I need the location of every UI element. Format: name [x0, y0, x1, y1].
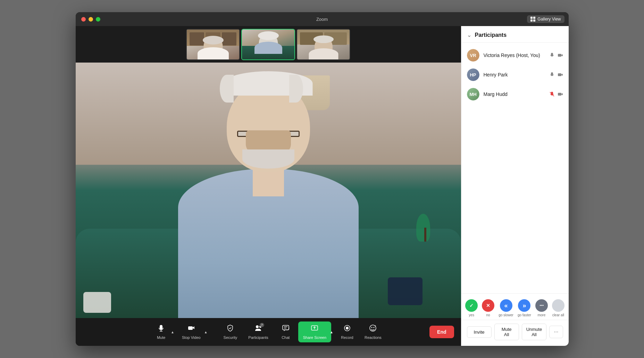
- svg-point-15: [346, 327, 349, 329]
- participants-panel: ⌄ Participants VR Victoria Reyes (Host, …: [461, 26, 569, 346]
- video-area: Mute ▲ Stop Video ▲: [76, 26, 461, 346]
- participant-name-3: Marg Hudd: [484, 91, 545, 97]
- video-chevron[interactable]: ▲: [203, 329, 209, 335]
- share-screen-button[interactable]: Share Screen: [298, 322, 331, 342]
- reactions-label: Reactions: [365, 335, 382, 340]
- reaction-no-button[interactable]: ✕ no: [482, 299, 494, 317]
- security-icon: [226, 324, 234, 334]
- record-button[interactable]: Record: [336, 322, 358, 342]
- participant-3-icons: [549, 91, 563, 97]
- participants-button[interactable]: 7 Participants: [243, 322, 273, 342]
- reaction-slower-label: go slower: [499, 313, 513, 317]
- svg-rect-21: [558, 73, 561, 76]
- record-icon: [343, 324, 351, 334]
- svg-rect-20: [558, 54, 561, 57]
- mute-label: Mute: [157, 335, 165, 340]
- close-button[interactable]: [81, 17, 86, 22]
- panel-header: ⌄ Participants: [461, 26, 569, 43]
- chat-label: Chat: [282, 335, 290, 340]
- thumbnail-3[interactable]: [296, 29, 350, 60]
- window-controls: [76, 17, 100, 22]
- security-button[interactable]: Security: [219, 322, 242, 342]
- reaction-faster-button[interactable]: » go faster: [518, 299, 531, 317]
- participants-label: Participants: [248, 335, 268, 340]
- participant-avatar-2: HP: [467, 68, 479, 81]
- main-video: [76, 63, 461, 318]
- invite-button[interactable]: Invite: [467, 326, 492, 338]
- toolbar: Mute ▲ Stop Video ▲: [76, 318, 461, 346]
- participant-name-2: Henry Park: [484, 72, 545, 78]
- gallery-icon: [530, 17, 535, 22]
- title-bar: Zoom Gallery View: [76, 12, 569, 26]
- thumbnail-1[interactable]: [186, 29, 240, 60]
- reaction-faster-label: go faster: [518, 313, 531, 317]
- chat-button[interactable]: Chat: [275, 322, 297, 342]
- reaction-more-circle: ···: [535, 299, 548, 312]
- reaction-no-label: no: [486, 313, 490, 317]
- video-icon: [187, 324, 195, 334]
- participant-list: VR Victoria Reyes (Host, You): [461, 43, 569, 293]
- mute-all-button[interactable]: Mute All: [494, 324, 519, 340]
- svg-text:+: +: [375, 324, 376, 327]
- reaction-more-label: more: [537, 313, 545, 317]
- gallery-view-button[interactable]: Gallery View: [527, 15, 564, 23]
- participant-item-2[interactable]: HP Henry Park: [461, 65, 569, 84]
- participant-2-icons: [549, 72, 563, 78]
- security-label: Security: [224, 335, 237, 340]
- window-title: Zoom: [316, 17, 328, 22]
- app-window: Zoom Gallery View: [76, 12, 569, 346]
- reaction-clear-label: clear all: [552, 313, 564, 317]
- participant-item-3[interactable]: MH Marg Hudd: [461, 84, 569, 104]
- maximize-button[interactable]: [96, 17, 100, 22]
- svg-point-17: [371, 327, 373, 328]
- reaction-slower-button[interactable]: « go slower: [499, 299, 513, 317]
- actions-more-button[interactable]: ···: [549, 326, 563, 338]
- reactions-button[interactable]: + Reactions: [360, 322, 386, 342]
- video-icon-3: [558, 91, 563, 97]
- reaction-more-button[interactable]: ··· more: [535, 299, 548, 317]
- mic-icon-1: [549, 52, 555, 58]
- svg-rect-3: [533, 19, 535, 22]
- share-screen-chevron[interactable]: ▲: [328, 329, 335, 335]
- mute-icon: [157, 324, 165, 334]
- svg-rect-6: [188, 326, 193, 330]
- video-icon-2: [558, 72, 563, 78]
- reactions-row: ✓ yes ✕ no « go slower » go faster ···: [461, 293, 569, 320]
- end-button[interactable]: End: [429, 326, 454, 338]
- svg-rect-2: [530, 19, 533, 22]
- mic-muted-icon-3: [549, 91, 555, 97]
- participant-item[interactable]: VR Victoria Reyes (Host, You): [461, 46, 569, 65]
- panel-actions: Invite Mute All Unmute All ···: [461, 320, 569, 346]
- svg-rect-9: [283, 325, 289, 330]
- reaction-clear-circle: [552, 299, 564, 312]
- thumbnail-2[interactable]: [241, 29, 295, 60]
- unmute-all-button[interactable]: Unmute All: [522, 324, 547, 340]
- chat-icon: [282, 324, 290, 334]
- stop-video-button[interactable]: Stop Video: [177, 322, 206, 342]
- video-group: Stop Video ▲: [177, 322, 209, 342]
- record-label: Record: [341, 335, 353, 340]
- participants-icon: 7: [254, 324, 262, 334]
- reaction-faster-circle: »: [518, 299, 530, 312]
- share-screen-icon: [311, 324, 318, 334]
- svg-point-7: [256, 325, 259, 328]
- reaction-yes-button[interactable]: ✓ yes: [465, 299, 478, 317]
- mute-button[interactable]: Mute: [150, 322, 172, 342]
- participants-group: 7 Participants: [243, 322, 273, 342]
- svg-rect-0: [530, 17, 533, 19]
- reaction-clear-button[interactable]: clear all: [552, 299, 564, 317]
- collapse-button[interactable]: ⌄: [467, 32, 471, 38]
- mute-group: Mute ▲: [150, 322, 176, 342]
- participant-avatar-3: MH: [467, 88, 479, 100]
- participant-avatar-1: VR: [467, 49, 479, 62]
- svg-rect-23: [558, 93, 561, 96]
- share-screen-group: Share Screen ▲: [298, 322, 335, 342]
- minimize-button[interactable]: [89, 17, 93, 22]
- participant-name-1: Victoria Reyes (Host, You): [484, 52, 545, 58]
- mute-chevron[interactable]: ▲: [169, 329, 176, 335]
- reaction-slower-circle: «: [500, 299, 512, 312]
- participants-count: 7: [260, 323, 264, 327]
- svg-rect-1: [533, 17, 535, 19]
- video-icon-1: [558, 52, 563, 58]
- panel-title: Participants: [475, 32, 507, 38]
